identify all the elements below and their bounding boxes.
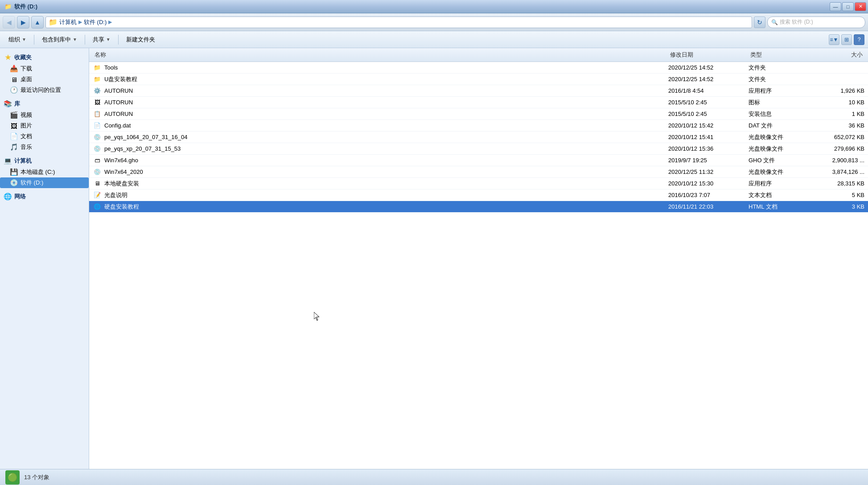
file-size: 1,926 KB	[811, 87, 864, 94]
sidebar-item-video[interactable]: 🎬 视频	[0, 110, 89, 120]
file-size: 5 KB	[811, 192, 864, 198]
view-toggle-button[interactable]: ≡▼	[829, 34, 839, 45]
table-row[interactable]: 💿Win7x64_20202020/12/25 11:32光盘映像文件3,874…	[89, 166, 868, 178]
table-row[interactable]: 💿pe_yqs_1064_20_07_31_16_042020/10/12 15…	[89, 132, 868, 143]
favorites-icon: ★	[4, 53, 12, 62]
folder-icon-small: 📁	[49, 18, 58, 26]
help-button[interactable]: ?	[854, 34, 864, 45]
sidebar-item-drive-c[interactable]: 💾 本地磁盘 (C:)	[0, 167, 89, 177]
maximize-button[interactable]: □	[842, 2, 854, 11]
table-row[interactable]: 💿pe_yqs_xp_20_07_31_15_532020/10/12 15:3…	[89, 143, 868, 155]
file-date: 2020/12/25 14:52	[668, 76, 749, 82]
back-button[interactable]: ◀	[3, 16, 15, 29]
sidebar-network-header[interactable]: 🌐 网络	[0, 191, 89, 202]
sidebar-item-desktop[interactable]: 🖥 桌面	[0, 74, 89, 85]
library-icon: 📚	[4, 100, 12, 108]
table-row[interactable]: 📝光盘说明2016/10/23 7:07文本文档5 KB	[89, 189, 868, 201]
file-name: Win7x64.gho	[104, 157, 138, 164]
sidebar-library-header[interactable]: 📚 库	[0, 98, 89, 110]
include-library-button[interactable]: 包含到库中 ▼	[37, 33, 82, 46]
table-row[interactable]: 📁U盘安装教程2020/12/25 14:52文件夹	[89, 74, 868, 85]
file-area: 名称 修改日期 类型 大小 📁Tools2020/12/25 14:52文件夹📁…	[89, 48, 868, 469]
breadcrumb-sep-1: ▶	[78, 19, 82, 25]
file-type-icon: 💿	[93, 168, 102, 177]
organize-button[interactable]: 组织 ▼	[4, 33, 31, 46]
sidebar-item-document[interactable]: 📄 文档	[0, 131, 89, 142]
table-row[interactable]: 🖥本地硬盘安装2020/10/12 15:30应用程序28,315 KB	[89, 178, 868, 189]
search-bar[interactable]: 🔍 搜索 软件 (D:)	[767, 16, 865, 28]
file-type-icon: 💿	[93, 133, 102, 142]
file-type: 光盘映像文件	[749, 133, 811, 141]
forward-button[interactable]: ▶	[17, 16, 29, 29]
view-details-button[interactable]: ⊞	[841, 34, 852, 45]
sidebar-section-network: 🌐 网络	[0, 191, 89, 202]
table-row[interactable]: ⚙️AUTORUN2016/1/8 4:54应用程序1,926 KB	[89, 85, 868, 97]
file-date: 2020/12/25 14:52	[668, 64, 749, 71]
file-name: 本地硬盘安装	[104, 180, 139, 188]
breadcrumb[interactable]: 📁 计算机 ▶ 软件 (D:) ▶	[45, 16, 752, 28]
picture-icon: 🖼	[10, 122, 18, 130]
include-library-label: 包含到库中	[42, 36, 71, 44]
toolbar-right: ≡▼ ⊞ ?	[829, 34, 864, 45]
share-button[interactable]: 共享 ▼	[88, 33, 115, 46]
sidebar-item-recent[interactable]: 🕐 最近访问的位置	[0, 85, 89, 95]
search-icon: 🔍	[771, 19, 778, 25]
status-bar: 🟢 13 个对象	[0, 469, 868, 485]
close-button[interactable]: ✕	[855, 2, 866, 11]
sidebar-item-drive-d[interactable]: 💿 软件 (D:)	[0, 177, 89, 188]
col-size[interactable]: 大小	[811, 50, 864, 60]
file-type: 应用程序	[749, 87, 811, 95]
sidebar-item-music[interactable]: 🎵 音乐	[0, 142, 89, 152]
library-label: 库	[14, 100, 20, 108]
drive-d-icon: 💿	[10, 179, 18, 187]
file-type: 光盘映像文件	[749, 145, 811, 153]
table-row[interactable]: 📄Config.dat2020/10/12 15:42DAT 文件36 KB	[89, 120, 868, 132]
file-name: pe_yqs_xp_20_07_31_15_53	[104, 145, 181, 152]
file-date: 2020/12/25 11:32	[668, 169, 749, 175]
table-row[interactable]: 🌐硬盘安装教程2016/11/21 22:03HTML 文档3 KB	[89, 201, 868, 213]
table-row[interactable]: 📁Tools2020/12/25 14:52文件夹	[89, 62, 868, 74]
file-size: 652,072 KB	[811, 134, 864, 140]
organize-arrow: ▼	[22, 37, 26, 42]
file-date: 2015/5/10 2:45	[668, 99, 749, 106]
file-date: 2020/10/12 15:42	[668, 122, 749, 129]
file-type: 文件夹	[749, 75, 811, 83]
new-folder-button[interactable]: 新建文件夹	[121, 33, 160, 46]
file-name-cell: 🖥本地硬盘安装	[93, 179, 668, 188]
breadcrumb-computer[interactable]: 计算机	[59, 18, 77, 26]
sidebar-favorites-header[interactable]: ★ 收藏夹	[0, 52, 89, 63]
file-name-cell: 🗃Win7x64.gho	[93, 156, 668, 165]
file-type-icon: 📝	[93, 191, 102, 200]
col-type[interactable]: 类型	[749, 50, 811, 60]
sidebar-item-picture[interactable]: 🖼 图片	[0, 120, 89, 131]
file-date: 2020/10/12 15:36	[668, 145, 749, 152]
refresh-button[interactable]: ↻	[754, 16, 765, 28]
file-type-icon: 📋	[93, 110, 102, 119]
window-title: 软件 (D:)	[14, 3, 37, 11]
minimize-button[interactable]: —	[830, 2, 841, 11]
file-date: 2015/5/10 2:45	[668, 111, 749, 117]
file-type: 光盘映像文件	[749, 168, 811, 176]
col-date[interactable]: 修改日期	[668, 50, 749, 60]
sidebar-computer-header[interactable]: 💻 计算机	[0, 155, 89, 167]
file-type-icon: 🖼	[93, 98, 102, 107]
music-icon: 🎵	[10, 143, 18, 151]
file-name-cell: 📋AUTORUN	[93, 110, 668, 119]
file-date: 2016/11/21 22:03	[668, 203, 749, 210]
table-row[interactable]: 🗃Win7x64.gho2019/9/7 19:25GHO 文件2,900,81…	[89, 155, 868, 166]
file-type: 安装信息	[749, 110, 811, 118]
up-button[interactable]: ▲	[31, 16, 44, 29]
breadcrumb-drive[interactable]: 软件 (D:)	[84, 18, 107, 26]
file-name-cell: 📝光盘说明	[93, 191, 668, 200]
title-bar-left: 📁 软件 (D:)	[2, 3, 37, 11]
file-size: 2,900,813 ...	[811, 157, 864, 164]
file-date: 2020/10/12 15:30	[668, 180, 749, 187]
table-row[interactable]: 📋AUTORUN2015/5/10 2:45安装信息1 KB	[89, 108, 868, 120]
table-row[interactable]: 🖼AUTORUN2015/5/10 2:45图标10 KB	[89, 97, 868, 108]
document-icon: 📄	[10, 132, 18, 140]
toolbar: 组织 ▼ 包含到库中 ▼ 共享 ▼ 新建文件夹 ≡▼ ⊞ ?	[0, 31, 868, 48]
share-label: 共享	[93, 36, 104, 44]
col-name[interactable]: 名称	[93, 50, 668, 60]
file-name: Win7x64_2020	[104, 169, 143, 175]
sidebar-item-download[interactable]: 📥 下载	[0, 63, 89, 74]
